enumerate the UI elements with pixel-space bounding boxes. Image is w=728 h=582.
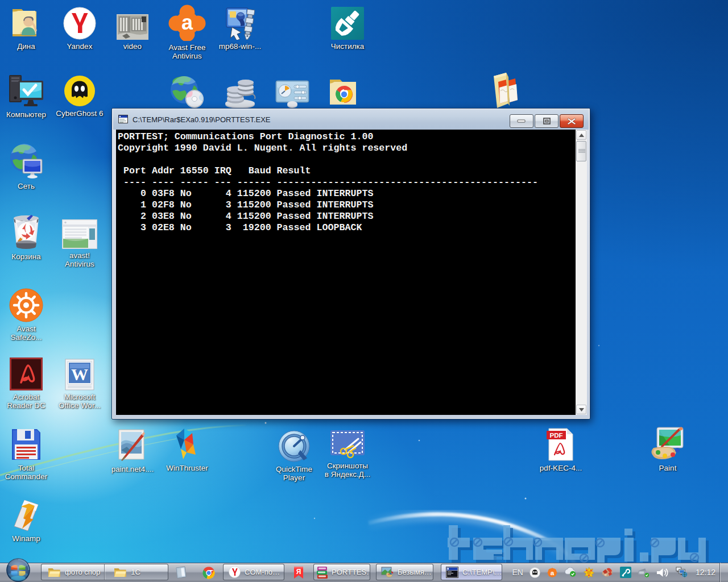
svg-text:Я: Я bbox=[296, 568, 301, 576]
svg-text:a: a bbox=[551, 568, 555, 576]
